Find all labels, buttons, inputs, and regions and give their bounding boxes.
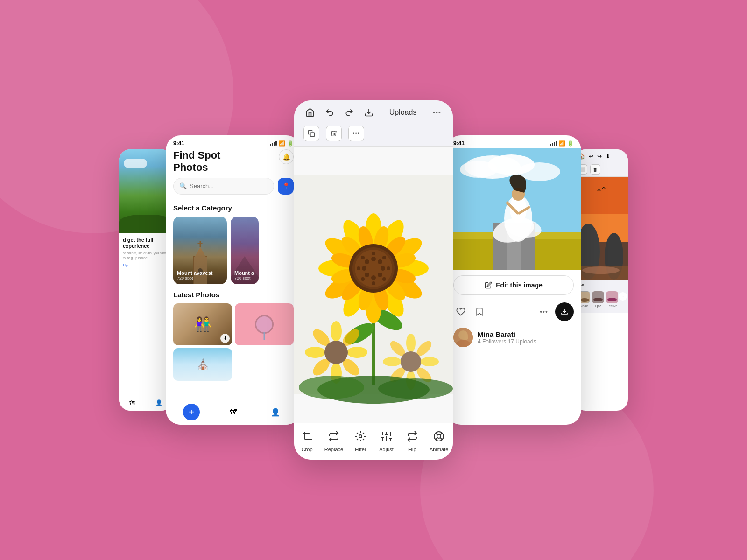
fl-signup-btn[interactable]: Up [123,263,169,267]
battery-icon-right: 🔋 [567,140,574,147]
more-options-btn[interactable]: ••• [430,106,444,119]
flip-tool[interactable]: Flip [404,428,421,452]
flip-label: Flip [408,447,416,452]
phone-far-left: d get the full experience or collect, li… [119,149,173,411]
edit-image-label: Edit this image [496,281,543,289]
right-action-row: ••• [446,301,581,323]
svg-point-68 [299,376,364,399]
far-right-toolbar: ⬜ 🗑 [574,162,628,177]
category-overlay-church: Mount avavest 720 spot [173,217,227,284]
replace-label: Replace [324,447,343,452]
svg-point-107 [463,336,468,340]
more-options-right[interactable]: ••• [536,304,551,319]
search-icon: 🔍 [179,182,187,189]
svg-point-114 [582,266,620,274]
bottom-toolbar: Crop Replace Filter [294,423,453,460]
wifi-icon-right: 📶 [559,140,565,147]
svg-point-57 [324,341,348,364]
svg-point-35 [381,266,385,271]
wifi-icon-left: 📶 [279,140,285,147]
battery-icon-left: 🔋 [287,140,294,147]
replace-tool[interactable]: Replace [324,428,343,452]
undo-icon-btn[interactable] [323,106,336,119]
filter-item-festive[interactable]: Festive [606,291,618,308]
left-phone-title: Find Spot Photos [173,148,220,178]
fr-undo-icon[interactable]: ↩ [589,153,593,160]
location-icon: 📍 [282,182,290,190]
svg-point-118 [593,298,603,301]
more-toolbar-btn[interactable]: ••• [348,126,364,141]
svg-point-36 [378,273,382,277]
download-icon-btn[interactable] [362,106,375,119]
adjust-icon [378,428,395,445]
svg-point-58 [406,334,416,352]
filter-item-epic[interactable]: Epic [592,291,604,308]
fl-nav-map-icon[interactable]: 🗺 [129,399,135,406]
svg-point-55 [305,347,325,358]
bookmark-button-right[interactable] [472,304,487,319]
latest-photo-church-small[interactable]: ⛪ [173,348,232,381]
category-card-church[interactable]: Mount avavest 720 spot [173,217,227,284]
status-bar-left: 9:41 📶 🔋 [166,135,301,148]
svg-rect-119 [606,291,618,303]
phone-far-right: 🏠 ↩ ↪ ⬇ ⬜ 🗑 [574,149,628,411]
user-stats-right: 4 Followers 17 Uploads [478,338,536,345]
home-icon-btn[interactable] [303,106,317,119]
crop-tool[interactable]: Crop [299,428,316,452]
delete-toolbar-btn[interactable] [326,126,342,141]
adjust-tool[interactable]: Adjust [378,428,395,452]
status-icons-right: 📶 🔋 [550,140,574,147]
copy-toolbar-btn[interactable] [303,126,319,141]
category-card-mountain[interactable]: Mount a 720 spot [231,217,259,284]
filters-scroll-right[interactable]: › [619,292,627,301]
svg-point-116 [580,298,589,302]
replace-icon [325,428,342,445]
filter-label-festive: Festive [607,304,618,308]
svg-point-42 [382,256,386,259]
search-box[interactable]: 🔍 [173,178,274,195]
status-time-right: 9:41 [453,140,465,147]
signal-bar-4 [275,141,277,146]
phone-left: 9:41 📶 🔋 Find Spot Photos [166,135,301,425]
filter-icon [352,428,369,445]
signal-bar-1 [270,144,271,146]
far-right-main-photo [574,177,628,280]
category-spots-mountain: 720 spot [234,276,255,280]
download-button-right[interactable] [555,302,574,321]
latest-photo-couple[interactable]: 👫 ⬇ [173,303,232,345]
svg-line-86 [436,438,437,440]
fl-nav-user-icon[interactable]: 👤 [155,399,162,406]
svg-line-83 [440,438,442,440]
like-button-right[interactable] [453,304,468,319]
far-right-filters: Filte None Epic [574,280,628,313]
svg-point-69 [378,378,453,399]
add-button-left[interactable]: + [183,404,200,420]
svg-point-41 [372,252,375,255]
left-phone-header: Find Spot Photos 🔔 🔍 📍 [166,148,301,204]
fr-download-icon[interactable]: ⬇ [606,153,610,160]
bottom-nav-left: + 🗺 👤 [166,399,301,425]
fl-bottom-nav: 🗺 👤 [119,394,173,411]
download-badge-couple: ⬇ [220,334,230,343]
latest-photo-pink[interactable] [235,303,294,345]
filter-tool[interactable]: Filter [352,428,369,452]
fr-redo-icon[interactable]: ↪ [597,153,602,160]
animate-tool[interactable]: Animate [430,428,448,452]
svg-point-45 [372,281,375,285]
location-button[interactable]: 📍 [278,178,294,195]
status-icons-left: 📶 🔋 [270,140,294,147]
search-input[interactable] [190,182,268,189]
nav-map-icon-left[interactable]: 🗺 [225,404,242,420]
signal-bar-r2 [552,143,553,146]
svg-point-34 [378,259,382,264]
fr-delete-btn[interactable]: 🗑 [590,164,600,175]
svg-line-85 [440,434,442,435]
bell-button[interactable]: 🔔 [279,149,294,164]
svg-point-40 [365,259,369,264]
nav-profile-icon-left[interactable]: 👤 [267,404,284,420]
phone-center: Uploads ••• ••• [294,100,453,460]
svg-point-66 [401,351,421,372]
redo-icon-btn[interactable] [343,106,356,119]
edit-image-button[interactable]: Edit this image [453,275,574,295]
filter-thumb-epic [592,291,604,303]
